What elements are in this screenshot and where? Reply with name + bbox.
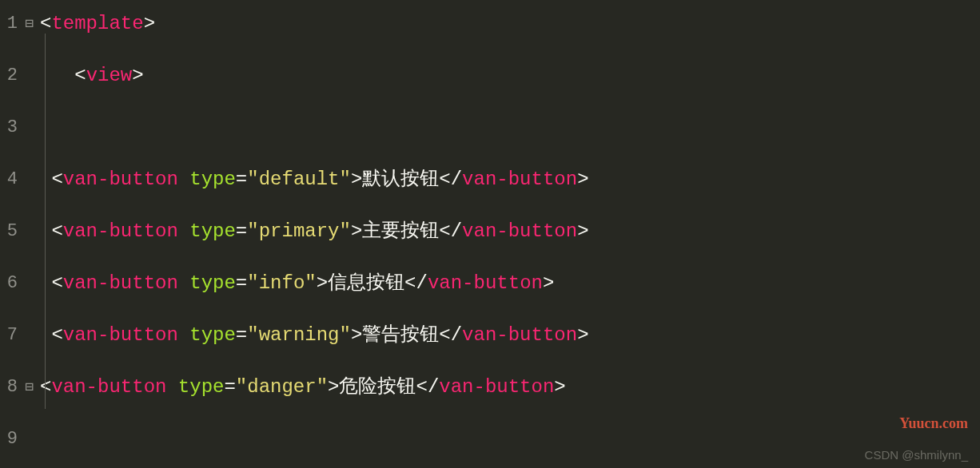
token-string: "default" <box>247 164 351 196</box>
token-tag-name: van-button <box>63 319 178 351</box>
token-text-content: 警告按钮 <box>362 319 439 351</box>
token-tag-name: template <box>51 8 143 40</box>
line-number: 4 <box>0 164 34 216</box>
line-number: 9 <box>0 423 34 468</box>
line-number: 1⊟ <box>0 8 34 60</box>
code-line[interactable]: <van-button type="default">默认按钮</van-but… <box>40 164 980 216</box>
token-bracket: > <box>351 319 362 351</box>
code-line[interactable]: <van-button type="info">信息按钮</van-button… <box>40 268 980 319</box>
token-bracket: < <box>40 371 51 403</box>
token-bracket: < <box>51 216 62 248</box>
token-tag-name: van-button <box>63 268 178 299</box>
token-string: "danger" <box>236 371 328 403</box>
token-bracket: </ <box>439 216 462 248</box>
token-attr-name: type <box>189 319 236 351</box>
line-number: 6 <box>0 268 34 319</box>
token-tag-name: van-button <box>428 268 543 299</box>
token-bracket: > <box>317 268 328 299</box>
token-tag-name: van-button <box>462 216 577 248</box>
watermark-site: Yuucn.com <box>899 415 968 432</box>
token-bracket: </ <box>416 371 439 403</box>
code-editor[interactable]: 1⊟2345678⊟9 <template> <view> <van-butto… <box>0 0 980 468</box>
token-text-content: 危险按钮 <box>339 371 416 403</box>
token-bracket: > <box>328 371 339 403</box>
line-number: 3 <box>0 112 34 164</box>
token-bracket: </ <box>439 319 462 351</box>
token-string: "info" <box>247 268 316 299</box>
token-text-content: 信息按钮 <box>328 268 404 299</box>
token-attr-eq: = <box>236 164 247 196</box>
token-bracket: > <box>577 319 588 351</box>
token-bracket: </ <box>439 164 462 196</box>
code-line[interactable]: <template> <box>40 8 980 60</box>
token-bracket: > <box>144 8 155 40</box>
token-bracket <box>178 319 189 351</box>
line-number: 5 <box>0 216 34 268</box>
code-line[interactable]: <van-button type="warning">警告按钮</van-but… <box>40 319 980 371</box>
token-tag-name: van-button <box>462 164 577 196</box>
token-bracket: > <box>554 371 565 403</box>
token-bracket: > <box>351 216 362 248</box>
token-bracket: > <box>543 268 554 299</box>
fold-marker-icon[interactable]: ⊟ <box>22 8 34 40</box>
token-tag-name: van-button <box>462 319 577 351</box>
token-attr-name: type <box>189 164 236 196</box>
code-line[interactable]: <van-button type="danger">危险按钮</van-butt… <box>40 371 980 423</box>
token-bracket: < <box>40 8 51 40</box>
line-number: 7 <box>0 319 34 371</box>
token-bracket: > <box>577 216 588 248</box>
token-bracket: < <box>51 268 62 299</box>
token-tag-name: van-button <box>63 216 178 248</box>
code-line[interactable]: <view> <box>40 60 980 112</box>
token-bracket: < <box>74 60 86 92</box>
code-line[interactable]: <van-button type="primary">主要按钮</van-but… <box>40 216 980 268</box>
token-tag-name: van-button <box>51 371 166 403</box>
token-string: "primary" <box>247 216 351 248</box>
code-content[interactable]: <template> <view> <van-button type="defa… <box>40 0 980 468</box>
token-text-content: 主要按钮 <box>362 216 439 248</box>
token-attr-eq: = <box>236 216 247 248</box>
token-bracket <box>178 216 189 248</box>
token-bracket: > <box>577 164 588 196</box>
token-tag-name: van-button <box>439 371 554 403</box>
token-bracket <box>178 268 189 299</box>
token-bracket: > <box>351 164 362 196</box>
token-string: "warning" <box>247 319 351 351</box>
token-attr-name: type <box>189 216 236 248</box>
token-attr-name: type <box>189 268 236 299</box>
token-tag-name: view <box>86 60 133 92</box>
fold-guide-line <box>45 34 46 409</box>
fold-marker-icon[interactable]: ⊟ <box>22 371 34 403</box>
line-gutter: 1⊟2345678⊟9 <box>0 0 40 468</box>
token-attr-name: type <box>178 371 225 403</box>
token-bracket: > <box>132 60 143 92</box>
token-text-content: 默认按钮 <box>362 164 439 196</box>
watermark-author: CSDN @shmilynn_ <box>865 448 968 462</box>
token-bracket: </ <box>404 268 428 299</box>
token-bracket <box>178 164 189 196</box>
token-bracket: < <box>51 319 62 351</box>
token-bracket: < <box>51 164 62 196</box>
token-attr-eq: = <box>236 268 247 299</box>
token-tag-name: van-button <box>63 164 178 196</box>
token-attr-eq: = <box>224 371 235 403</box>
line-number: 2 <box>0 60 34 112</box>
token-bracket <box>166 371 177 403</box>
code-line[interactable] <box>40 112 980 164</box>
line-number: 8⊟ <box>0 371 34 423</box>
token-attr-eq: = <box>236 319 247 351</box>
code-line[interactable] <box>40 423 980 468</box>
